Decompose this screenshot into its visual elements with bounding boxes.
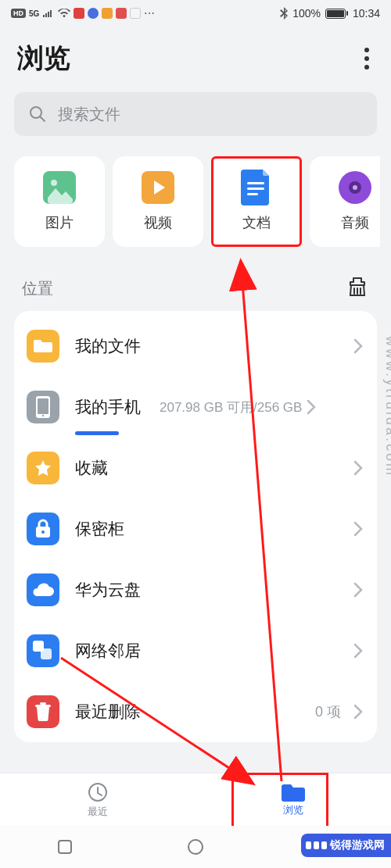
network-icon — [27, 634, 59, 667]
document-icon — [240, 171, 273, 204]
svg-rect-19 — [40, 702, 46, 705]
app-icon-5 — [130, 8, 141, 19]
chevron-right-icon — [353, 521, 363, 537]
svg-rect-6 — [247, 188, 264, 190]
svg-rect-18 — [35, 705, 51, 707]
bottom-nav: 最近 浏览 — [0, 773, 391, 826]
status-bar: HD 5G ⋯ 100% 10:34 — [0, 0, 391, 27]
row-vault[interactable]: 保密柜 — [14, 498, 377, 559]
wifi-icon — [58, 9, 70, 18]
signal-icon — [42, 9, 55, 18]
cloud-icon — [27, 573, 59, 606]
search-input[interactable]: 搜索文件 — [14, 92, 377, 136]
svg-point-13 — [42, 415, 44, 416]
app-icon-1 — [74, 8, 84, 19]
chevron-right-icon — [353, 460, 363, 476]
row-label: 网络邻居 — [75, 640, 141, 662]
app-icon-2 — [88, 8, 99, 19]
row-network-neighbors[interactable]: 网络邻居 — [14, 620, 377, 681]
category-label: 图片 — [45, 213, 74, 232]
row-my-files[interactable]: 我的文件 — [14, 316, 377, 377]
watermark: www.ytruida.com — [382, 336, 391, 477]
category-documents[interactable]: 文档 — [211, 156, 302, 247]
app-icon-3 — [102, 8, 113, 19]
category-videos[interactable]: 视频 — [113, 156, 203, 247]
phone-icon — [27, 391, 59, 423]
storage-free-text: 207.98 GB 可用/256 GB — [160, 398, 302, 416]
trash-count: 0 项 — [315, 702, 341, 721]
clock-icon — [87, 781, 109, 803]
category-label: 文档 — [242, 213, 271, 232]
search-icon — [28, 105, 47, 123]
trash-icon — [27, 695, 59, 728]
star-icon — [27, 452, 59, 484]
logo-text: 锐得游戏网 — [330, 838, 385, 852]
site-logo-badge: 锐得游戏网 — [301, 834, 391, 857]
image-icon — [43, 171, 76, 204]
folder-icon — [27, 330, 59, 363]
sys-home-icon[interactable] — [187, 838, 204, 855]
hd-badge: HD — [11, 9, 26, 18]
svg-rect-5 — [247, 182, 264, 184]
row-cloud[interactable]: 华为云盘 — [14, 559, 377, 620]
row-label: 保密柜 — [75, 518, 124, 540]
video-icon — [142, 171, 174, 204]
chevron-right-icon — [353, 704, 363, 720]
row-my-phone[interactable]: 我的手机 207.98 GB 可用/256 GB — [14, 377, 377, 438]
category-label: 视频 — [144, 213, 172, 232]
bluetooth-icon — [280, 7, 288, 20]
row-label: 我的文件 — [75, 335, 141, 357]
lock-icon — [27, 513, 59, 545]
page-title: 浏览 — [17, 41, 70, 77]
folder-icon — [282, 783, 305, 802]
network-type: 5G — [29, 9, 39, 18]
bottomnav-label: 最近 — [88, 805, 108, 819]
app-icon-4 — [116, 8, 127, 19]
svg-line-1 — [41, 117, 45, 122]
search-placeholder: 搜索文件 — [58, 104, 120, 125]
svg-point-10 — [353, 185, 357, 190]
chevron-right-icon — [307, 399, 316, 415]
row-label: 最近删除 — [75, 701, 141, 723]
svg-rect-17 — [41, 648, 52, 659]
row-label: 华为云盘 — [75, 579, 141, 601]
svg-rect-21 — [59, 841, 71, 853]
category-label: 音频 — [341, 213, 369, 232]
header: 浏览 — [0, 27, 391, 92]
battery-icon — [325, 9, 348, 19]
row-label: 我的手机 — [75, 396, 141, 418]
svg-point-3 — [51, 180, 57, 186]
status-more-icon: ⋯ — [144, 7, 156, 20]
clock: 10:34 — [353, 7, 380, 20]
row-label: 收藏 — [75, 457, 108, 479]
chevron-right-icon — [353, 582, 363, 598]
battery-percent: 100% — [292, 7, 321, 20]
chevron-right-icon — [353, 338, 363, 354]
overflow-menu-button[interactable] — [360, 43, 374, 74]
bottomnav-recent[interactable]: 最近 — [0, 773, 196, 826]
category-row: 图片 视频 文档 音频 — [11, 156, 380, 247]
gamepad-icon — [306, 841, 327, 849]
svg-rect-7 — [247, 193, 258, 195]
category-audio[interactable]: 音频 — [310, 156, 380, 247]
svg-point-22 — [188, 840, 203, 854]
section-title-location: 位置 — [22, 278, 53, 299]
svg-point-15 — [41, 530, 45, 534]
storage-list: 我的文件 我的手机 207.98 GB 可用/256 GB 收藏 保密柜 华为云… — [14, 311, 377, 742]
audio-icon — [339, 171, 371, 204]
bottomnav-browse[interactable]: 浏览 — [196, 773, 391, 826]
cleanup-button[interactable] — [346, 275, 369, 302]
category-images[interactable]: 图片 — [14, 156, 105, 247]
chevron-right-icon — [353, 643, 363, 659]
row-recent-deleted[interactable]: 最近删除 0 项 — [14, 681, 377, 742]
bottomnav-label: 浏览 — [283, 803, 303, 817]
svg-rect-12 — [38, 398, 48, 414]
sys-recent-icon[interactable] — [57, 839, 73, 855]
row-favorites[interactable]: 收藏 — [14, 438, 377, 498]
